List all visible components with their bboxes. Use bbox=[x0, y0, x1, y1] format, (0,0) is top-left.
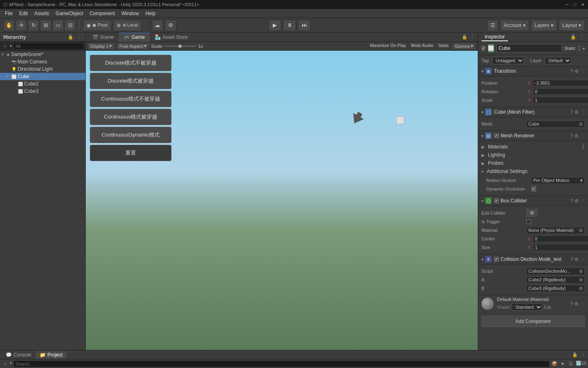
layers-dropdown[interactable]: Layers ▾ bbox=[531, 20, 557, 31]
static-checkbox[interactable] bbox=[578, 46, 580, 51]
script-field[interactable]: CollisionDectionMo... ⊙ bbox=[526, 268, 585, 275]
inspector-lock-btn[interactable]: 🔓 bbox=[570, 34, 577, 40]
add-component-button[interactable]: Add Component bbox=[481, 316, 585, 327]
add-arrow[interactable]: ▾ bbox=[10, 361, 12, 367]
view-more-btn[interactable]: ⋮ bbox=[470, 34, 476, 40]
hierarchy-item-cube3[interactable]: ⬜ Cube3 bbox=[0, 88, 85, 95]
mesh-renderer-more-btn[interactable]: ⋮ bbox=[580, 133, 585, 139]
account-dropdown[interactable]: Account ▾ bbox=[500, 20, 529, 31]
menu-gameobject[interactable]: GameObject bbox=[52, 10, 86, 17]
favorites-btn[interactable]: ★ bbox=[559, 361, 566, 367]
tag-select[interactable]: Untagged bbox=[492, 57, 524, 64]
add-folder-btn[interactable]: + bbox=[2, 361, 8, 367]
collision-script-header[interactable]: ▾ # Collision Dection Mode_test ? ⚙ ⋮ bbox=[478, 254, 588, 265]
a-btn[interactable]: ⊙ bbox=[579, 277, 583, 283]
hierarchy-add-btn[interactable]: + bbox=[2, 43, 8, 49]
hand-tool[interactable]: ✋ bbox=[3, 20, 15, 31]
close-btn[interactable]: ✕ bbox=[581, 2, 585, 7]
layout-dropdown[interactable]: Layout ▾ bbox=[559, 20, 585, 31]
mesh-renderer-help-btn[interactable]: ? bbox=[570, 133, 573, 139]
object-enabled-checkbox[interactable] bbox=[481, 46, 486, 51]
btn-continuous-through[interactable]: Continuous模式被穿越 bbox=[90, 109, 172, 125]
asset-store-tab[interactable]: 🏪 Asset Store bbox=[150, 33, 193, 42]
menu-edit[interactable]: Edit bbox=[16, 10, 31, 17]
mesh-select-btn[interactable]: ⊙ bbox=[579, 121, 583, 127]
menu-window[interactable]: Window bbox=[118, 10, 142, 17]
btn-continuous-dynamic[interactable]: ContinuousDynamic模式 bbox=[90, 127, 172, 143]
collision-help-btn[interactable]: ? bbox=[570, 257, 573, 262]
collider-material-btn[interactable]: ⊙ bbox=[579, 228, 583, 233]
a-field[interactable]: Cube2 (Rigidbody) ⊙ bbox=[526, 276, 585, 283]
hierarchy-item-cube[interactable]: ▾ ⬜ Cube bbox=[0, 73, 85, 80]
display-dropdown[interactable]: Display 1 ▾ bbox=[87, 43, 115, 50]
mute-audio-btn[interactable]: Mute Audio bbox=[410, 43, 435, 50]
view-lock-btn[interactable]: 🔓 bbox=[461, 34, 468, 40]
inspector-more-btn[interactable]: ⋮ bbox=[578, 34, 585, 40]
mesh-filter-settings-btn[interactable]: ⚙ bbox=[575, 110, 579, 115]
pos-x-field[interactable] bbox=[533, 80, 588, 86]
shader-select[interactable]: Standard bbox=[512, 303, 542, 311]
mesh-filter-more-btn[interactable]: ⋮ bbox=[580, 110, 585, 115]
b-btn[interactable]: ⊙ bbox=[579, 286, 583, 291]
play-btn[interactable]: ▶ bbox=[268, 20, 281, 31]
collision-more-btn[interactable]: ⋮ bbox=[580, 257, 585, 262]
mesh-renderer-header[interactable]: ▾ ⊟ Mesh Renderer ? ⚙ ⋮ bbox=[478, 131, 588, 141]
material-more-btn[interactable]: ⋮ bbox=[580, 301, 585, 307]
step-btn[interactable]: ⏭ bbox=[298, 20, 311, 31]
layer-select[interactable]: Default bbox=[545, 57, 571, 64]
cloud-btn[interactable]: ⚙ bbox=[165, 20, 176, 31]
box-collider-enabled[interactable] bbox=[494, 198, 499, 203]
mesh-renderer-enabled[interactable] bbox=[494, 133, 499, 138]
mesh-filter-header[interactable]: ▾ ⬚ Cube (Mesh Filter) ? ⚙ ⋮ bbox=[478, 107, 588, 117]
local-toggle[interactable]: ⊕ ⊕ Local bbox=[113, 20, 142, 31]
services-btn[interactable]: ☰ bbox=[487, 20, 499, 31]
scale-slider[interactable] bbox=[164, 45, 196, 47]
packages-btn[interactable]: 📦 bbox=[551, 361, 558, 367]
menu-component[interactable]: Component bbox=[86, 10, 118, 17]
pause-btn[interactable]: ⏸ bbox=[283, 20, 296, 31]
material-settings-btn[interactable]: ⚙ bbox=[575, 301, 579, 307]
btn-continuous-no-through[interactable]: Continuous模式不被穿越 bbox=[90, 91, 172, 107]
lighting-foldout[interactable]: ▶ Lighting bbox=[481, 151, 585, 159]
btn-reset[interactable]: 重置 bbox=[90, 145, 172, 161]
mesh-field[interactable]: Cube ⊙ bbox=[526, 121, 585, 128]
motion-vectors-field[interactable]: Per Object Motion ▾ bbox=[531, 177, 585, 184]
object-name-input[interactable] bbox=[497, 44, 562, 52]
bottom-more-btn[interactable]: ⋮ bbox=[580, 352, 586, 358]
center-x-field[interactable] bbox=[533, 236, 588, 242]
script-btn[interactable]: ⊙ bbox=[579, 269, 583, 274]
box-collider-header[interactable]: ▾ ⬡ Box Collider ? ⚙ ⋮ bbox=[478, 196, 588, 206]
maximize-btn[interactable]: □ bbox=[573, 2, 576, 7]
bottom-lock-btn[interactable]: 🔓 bbox=[572, 352, 578, 358]
title-bar-controls[interactable]: ─ □ ✕ bbox=[566, 2, 585, 7]
mesh-renderer-settings-btn[interactable]: ⚙ bbox=[575, 133, 579, 139]
edit-collider-btn[interactable]: ⊞ bbox=[526, 209, 537, 217]
rotate-tool[interactable]: ↻ bbox=[28, 20, 39, 31]
collider-material-field[interactable]: None (Physic Material) ⊙ bbox=[526, 227, 585, 234]
size-x-field[interactable] bbox=[533, 244, 588, 251]
minimize-btn[interactable]: ─ bbox=[566, 2, 569, 7]
maximize-on-play-btn[interactable]: Maximize On Play bbox=[368, 43, 408, 50]
additional-settings-foldout[interactable]: ▾ Additional Settings bbox=[481, 167, 585, 175]
box-collider-settings-btn[interactable]: ⚙ bbox=[575, 198, 579, 204]
probes-foldout[interactable]: ▶ Probes bbox=[481, 159, 585, 167]
btn-discrete-no-through[interactable]: Discrete模式不被穿越 bbox=[90, 55, 172, 71]
hierarchy-add-arrow[interactable]: ▾ bbox=[10, 44, 12, 48]
btn-discrete-through[interactable]: Discrete模式被穿越 bbox=[90, 73, 172, 89]
is-trigger-checkbox[interactable] bbox=[526, 219, 531, 224]
stats-btn[interactable]: Stats bbox=[437, 43, 450, 50]
materials-foldout[interactable]: ▶ Materials 1 bbox=[481, 143, 585, 151]
project-tab[interactable]: 📁 Project bbox=[36, 351, 67, 359]
transform-more-btn[interactable]: ⋮ bbox=[580, 69, 585, 74]
scale-x-field[interactable] bbox=[533, 97, 588, 103]
rot-x-field[interactable] bbox=[533, 88, 588, 95]
rect-tool[interactable]: ▭ bbox=[52, 20, 64, 31]
mesh-filter-help-btn[interactable]: ? bbox=[570, 110, 573, 115]
aspect-dropdown[interactable]: Free Aspect ▾ bbox=[116, 43, 149, 50]
project-search-input[interactable] bbox=[13, 361, 550, 367]
b-field[interactable]: Cube3 (Rigidbody) ⊙ bbox=[526, 285, 585, 292]
filter-btn[interactable]: ☰ bbox=[568, 361, 574, 367]
collision-script-enabled[interactable] bbox=[494, 257, 499, 262]
collab-btn[interactable]: ☁ bbox=[152, 20, 163, 31]
hierarchy-search-input[interactable] bbox=[13, 43, 84, 49]
